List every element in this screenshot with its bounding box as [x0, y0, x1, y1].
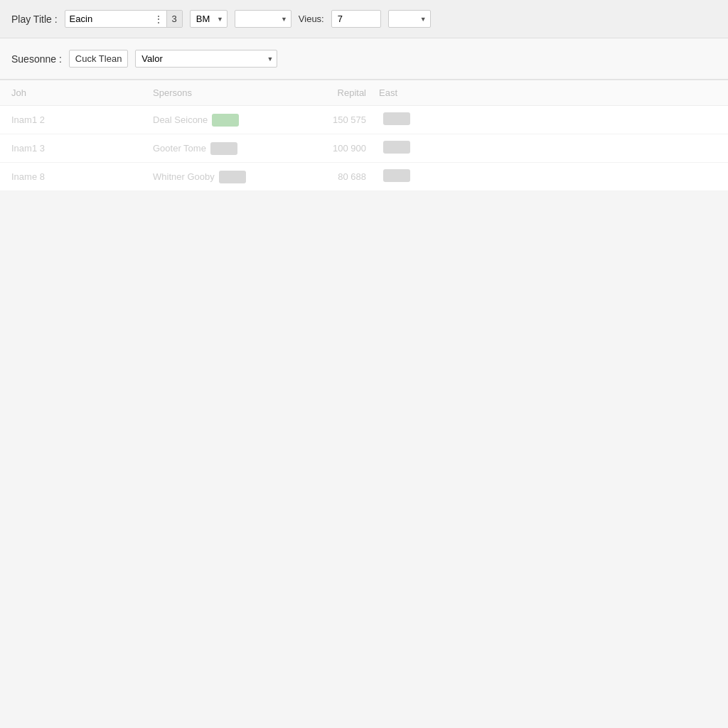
east-badge [383, 141, 410, 154]
views-label: Vieus: [299, 14, 324, 24]
spersons-badge [212, 114, 239, 127]
cell-spersons: Deal Seicone [153, 114, 302, 127]
suesonne-dropdown-wrapper: Valor Option2 Option3 [135, 50, 277, 68]
cell-joh: Inam1 2 [0, 114, 153, 125]
spersons-badge [210, 142, 237, 155]
cell-east [373, 169, 444, 184]
table-body: Inam1 2 Deal Seicone 150 575 Inam1 3 Goo… [0, 106, 728, 191]
col-header-joh: Joh [0, 87, 153, 98]
cell-east [373, 141, 444, 156]
cell-east [373, 112, 444, 127]
east-badge [383, 169, 410, 182]
cell-repital: 100 900 [302, 143, 373, 154]
cell-repital: 150 575 [302, 114, 373, 125]
suesonne-dropdown[interactable]: Valor Option2 Option3 [135, 50, 277, 68]
spersons-badge [219, 171, 246, 183]
dropdown2-wrapper: Option1 Option2 [235, 10, 291, 28]
col-header-repital: Repital [302, 87, 373, 98]
cell-joh: Inam1 3 [0, 143, 153, 154]
table-header: Joh Spersons Repital East [0, 80, 728, 106]
second-bar: Suesonne : Cuck Tlean Valor Option2 Opti… [0, 38, 728, 80]
static-tag: Cuck Tlean [69, 50, 129, 68]
col-header-east: East [373, 87, 444, 98]
top-bar: Play Title : ⋮ 3 BM CM DM Option1 Option… [0, 0, 728, 38]
suesonne-label: Suesonne : [11, 53, 62, 65]
cell-spersons: Whitner Gooby [153, 171, 302, 183]
play-title-label: Play Title : [11, 14, 58, 25]
cell-spersons: Gooter Tome [153, 142, 302, 155]
dropdown2-select[interactable]: Option1 Option2 [235, 10, 291, 28]
views-dropdown-wrapper: 10 20 [388, 10, 431, 28]
cell-joh: Iname 8 [0, 171, 153, 182]
num-badge: 3 [166, 11, 182, 27]
views-input[interactable] [331, 10, 381, 28]
cell-repital: 80 688 [302, 171, 373, 182]
table-row: Inam1 2 Deal Seicone 150 575 [0, 106, 728, 134]
east-badge [383, 112, 410, 125]
play-title-input-wrapper: ⋮ 3 [65, 10, 183, 28]
table-row: Iname 8 Whitner Gooby 80 688 [0, 163, 728, 191]
col-header-spersons: Spersons [153, 87, 302, 98]
table-row: Inam1 3 Gooter Tome 100 900 [0, 134, 728, 163]
play-title-input[interactable] [65, 11, 151, 27]
dots-menu-button[interactable]: ⋮ [151, 11, 166, 27]
dropdown1-wrapper: BM CM DM [190, 10, 228, 28]
table-container: Joh Spersons Repital East Inam1 2 Deal S… [0, 80, 728, 191]
views-dropdown[interactable]: 10 20 [388, 10, 431, 28]
dropdown1-select[interactable]: BM CM DM [190, 10, 228, 28]
